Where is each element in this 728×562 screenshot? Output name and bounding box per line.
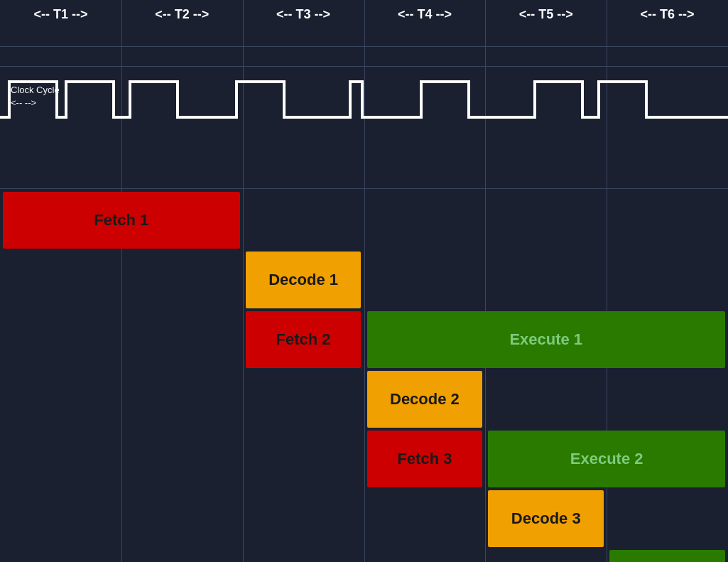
block-label-fetch3: Fetch 3 [397,450,452,468]
block-label-execute1: Execute 1 [509,330,582,349]
h-line-clock [0,66,728,67]
block-fetch1: Fetch 1 [3,192,240,249]
block-label-decode3: Decode 3 [511,509,581,528]
block-label-fetch1: Fetch 1 [94,211,148,229]
block-execute2: Execute 2 [488,431,725,487]
block-fetch3: Fetch 3 [367,431,483,487]
time-label-t5: <-- T5 --> [485,7,607,22]
time-label-t4: <-- T4 --> [364,7,485,22]
block-decode1: Decode 1 [246,252,362,308]
block-decode2: Decode 2 [367,371,483,428]
time-label-t3: <-- T3 --> [243,7,364,22]
time-label-t6: <-- T6 --> [607,7,728,22]
clock-waveform [0,67,728,131]
h-line-top [0,46,728,47]
time-label-t2: <-- T2 --> [121,7,243,22]
block-decode3: Decode 3 [488,490,604,547]
block-fetch2: Fetch 2 [246,311,362,368]
block-label-decode1: Decode 1 [268,271,338,289]
block-label-decode2: Decode 2 [390,390,460,409]
block-execute1: Execute 1 [367,311,726,368]
pipeline-diagram: <-- T1 --><-- T2 --><-- T3 --><-- T4 -->… [0,0,728,562]
h-line-below-clock [0,188,728,189]
block-execute3: Execute 3 [609,550,725,562]
block-label-fetch2: Fetch 2 [276,330,331,349]
time-labels-row: <-- T1 --><-- T2 --><-- T3 --><-- T4 -->… [0,7,728,22]
block-label-execute2: Execute 2 [570,450,643,468]
time-label-t1: <-- T1 --> [0,7,121,22]
